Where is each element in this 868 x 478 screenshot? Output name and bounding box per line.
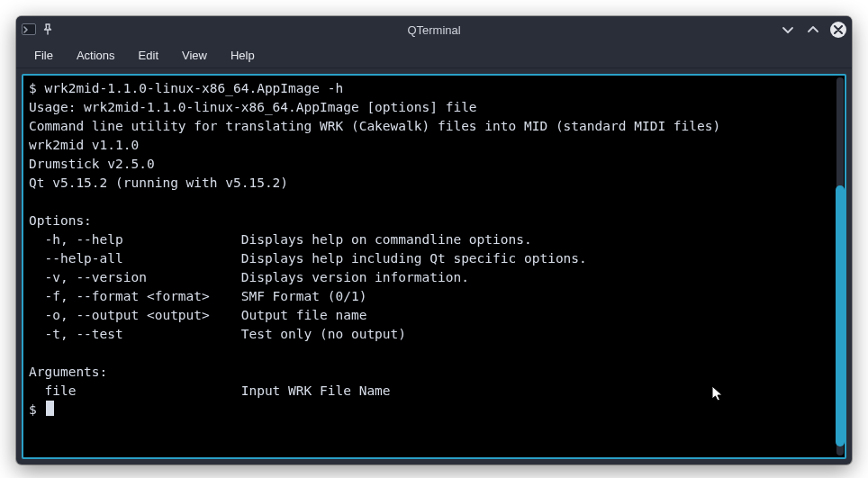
terminal-cursor: [46, 401, 54, 416]
terminal-content[interactable]: $ wrk2mid-1.1.0-linux-x86_64.AppImage -h…: [23, 76, 845, 457]
window-title: QTerminal: [94, 23, 774, 37]
menu-view[interactable]: View: [173, 45, 216, 66]
menu-file[interactable]: File: [25, 45, 62, 66]
menu-edit[interactable]: Edit: [130, 45, 167, 66]
pin-icon[interactable]: [41, 23, 54, 36]
close-button[interactable]: [830, 22, 846, 38]
titlebar-right: [774, 22, 846, 38]
titlebar[interactable]: QTerminal: [16, 16, 852, 43]
scrollbar-thumb[interactable]: [836, 185, 845, 446]
maximize-button[interactable]: [805, 22, 821, 38]
menu-actions[interactable]: Actions: [68, 45, 124, 66]
terminal[interactable]: $ wrk2mid-1.1.0-linux-x86_64.AppImage -h…: [22, 74, 846, 459]
minimize-button[interactable]: [780, 22, 796, 38]
menubar: File Actions Edit View Help: [16, 43, 852, 68]
menu-help[interactable]: Help: [222, 45, 264, 66]
titlebar-left: [22, 23, 94, 37]
terminal-area: $ wrk2mid-1.1.0-linux-x86_64.AppImage -h…: [16, 68, 852, 464]
app-icon: [22, 23, 36, 37]
qterminal-window: QTerminal File Actions Edit View Help $ …: [16, 16, 852, 464]
